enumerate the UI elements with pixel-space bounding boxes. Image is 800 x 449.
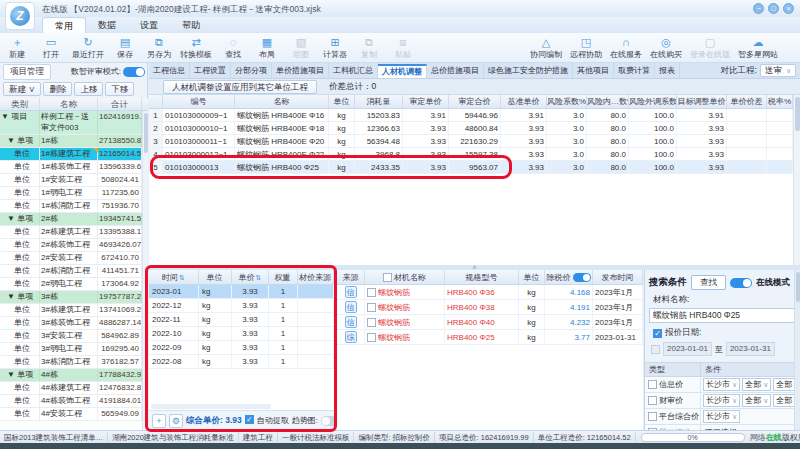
tax-toggle[interactable] <box>573 273 591 282</box>
settings-gear-icon[interactable]: ⚙ <box>169 414 183 428</box>
tree-action-button[interactable]: 删除 <box>43 82 72 96</box>
search-scrollbar[interactable] <box>794 270 800 430</box>
tree-row[interactable]: 单位 1#栋建筑工程 12165014.52 <box>0 148 148 161</box>
price-history-header-cell[interactable]: 单价⇅ <box>232 270 269 284</box>
toolbar-button[interactable]: ↻ 最近打开 <box>68 36 108 60</box>
main-tab[interactable]: 工料机汇总 <box>329 63 378 78</box>
tree-row[interactable]: 单位 1#安装工程 508024.41 <box>0 174 148 187</box>
menu-tab[interactable]: 常用 <box>42 17 86 33</box>
grid-row[interactable]: 4 010103000012~1 螺纹钢筋 HRB400E Φ22 kg 396… <box>149 148 800 161</box>
price-history-header-cell[interactable]: 材价来源 <box>298 270 334 284</box>
tree-row[interactable]: 单位 4#栋装饰工程 4191884.01 <box>0 395 148 408</box>
main-tab[interactable]: 单价措施项目 <box>272 63 329 78</box>
tree-row[interactable]: 单位 4#栋建筑工程 12476832.88 <box>0 382 148 395</box>
grid-header-cell[interactable]: 名称 <box>235 95 329 108</box>
price-history-row[interactable]: 2022-12 kg 3.93 1 <box>149 299 334 313</box>
tree-row[interactable]: 单位 2#栋消防工程 411451.71 <box>0 265 148 278</box>
unit-header[interactable]: 单位 <box>519 270 545 284</box>
tree-row[interactable]: 单位 3#栋装饰工程 4886287.14 <box>0 317 148 330</box>
material-search-input[interactable] <box>649 308 795 323</box>
row-checkbox[interactable] <box>367 288 376 297</box>
project-manage-tab[interactable]: 项目管理 <box>3 64 51 80</box>
name-header[interactable]: 材机名称 <box>365 270 445 284</box>
publish-date-header[interactable]: 发布时间 <box>593 270 643 284</box>
price-header[interactable]: 除税价 <box>545 270 593 284</box>
tree-row[interactable]: ▼ 单项 2#栋 19345741.52 <box>0 213 148 226</box>
source-header[interactable]: 来源 <box>337 270 365 284</box>
compare-project-select[interactable]: 送审 ∨ <box>760 64 796 77</box>
apply-to-other-units-button[interactable]: 人材机调整设置应用到其它单位工程 <box>163 80 317 94</box>
select-all-checkbox[interactable] <box>383 273 392 282</box>
condition-select[interactable]: 长沙市∨ <box>703 378 740 391</box>
price-history-hscrollbar[interactable] <box>151 404 271 409</box>
toolbar-button[interactable]: ◌ 查找 <box>216 36 250 60</box>
price-history-row[interactable]: 2022-08 kg 3.93 1 <box>149 355 334 369</box>
grid-header-cell[interactable]: 编号 <box>163 95 235 108</box>
main-tab[interactable]: 其他项目 <box>573 63 614 78</box>
tree-row[interactable]: 单位 2#栋装饰工程 4693426.07 <box>0 239 148 252</box>
tree-row[interactable]: ▼ 单项 3#栋 19757787.21 <box>0 291 148 304</box>
material-row[interactable]: 综 螺纹钢筋 HRB400 Φ25 kg 3.77 2023-01-31 <box>337 330 643 345</box>
material-row[interactable]: 信 螺纹钢筋 HRB400 Φ38 kg 4.191 2023年1月 <box>337 300 643 315</box>
grid-header-cell[interactable]: 审定合价 <box>449 95 501 108</box>
window-control-button[interactable]: × <box>783 3 794 14</box>
condition-select[interactable]: 长沙市∨ <box>703 394 740 407</box>
main-tab[interactable]: 总价措施项目 <box>427 63 484 78</box>
grid-row[interactable]: 2 010103000010~1 螺纹钢筋 HRB400E Φ18 kg 123… <box>149 122 800 135</box>
main-tab[interactable]: 取费计算 <box>614 63 655 78</box>
toolbar-button[interactable]: ▭ 打开 <box>34 36 68 60</box>
grid-header-cell[interactable]: 风险系数% <box>547 95 587 108</box>
date-from-field[interactable]: 2023-01-01 <box>663 342 712 356</box>
add-row-button[interactable]: + <box>152 414 166 428</box>
window-control-button[interactable]: □ <box>768 3 779 14</box>
condition-select[interactable]: 全部 <box>773 394 795 407</box>
condition-select[interactable]: 长沙市∨ <box>703 410 740 423</box>
toolbar-button[interactable]: ▦ 布局 <box>250 36 284 60</box>
quote-date-option[interactable]: ✓ 报价日期: <box>645 324 800 340</box>
date-lock-checkbox[interactable] <box>651 345 660 354</box>
tree-row[interactable]: ▼ 项目 样例工程－送审文件003 162416919.99 <box>0 111 148 135</box>
type-checkbox[interactable]: ✓ <box>648 396 657 405</box>
price-history-row[interactable]: 2022-10 kg 3.93 1 <box>149 327 334 341</box>
main-tab[interactable]: 工程信息 <box>149 63 190 78</box>
auto-extract-option[interactable]: ✓ <box>245 415 254 426</box>
toolbar-button[interactable]: ◳ 远程协助 <box>566 36 606 60</box>
tree-row[interactable]: 单位 3#安装工程 584962.89 <box>0 330 148 343</box>
tree-row[interactable]: 单位 4#安装工程 565949.09 <box>0 408 148 421</box>
grid-header-cell[interactable]: 目标调整单价 <box>677 95 727 108</box>
grid-header-cell[interactable]: 单位 <box>329 95 355 108</box>
row-checkbox[interactable] <box>367 303 376 312</box>
main-tab[interactable]: 工程设置 <box>190 63 231 78</box>
grid-header-cell[interactable]: 审定单价 <box>403 95 449 108</box>
tree-row[interactable]: 单位 3#栋建筑工程 13741069.21 <box>0 304 148 317</box>
grid-header-cell[interactable]: 消耗量 <box>355 95 403 108</box>
date-to-field[interactable]: 2023-01-31 <box>726 342 775 356</box>
tree-action-button[interactable]: 下移 <box>105 82 134 96</box>
price-history-header-cell[interactable]: 单位 <box>199 270 232 284</box>
grid-row[interactable]: 5 010103000013 螺纹钢筋 HRB400 Φ25 kg 2433.3… <box>149 161 800 174</box>
tree-row[interactable]: 单位 1#栋装饰工程 13596339.64 <box>0 161 148 174</box>
price-history-row[interactable]: 2022-09 kg 3.93 1 <box>149 341 334 355</box>
tree-row[interactable]: 单位 2#弱电工程 173064.92 <box>0 278 148 291</box>
type-checkbox[interactable]: ✓ <box>648 412 657 421</box>
toolbar-button[interactable]: ⊞ 计算器 <box>318 36 352 60</box>
menu-tab[interactable]: 设置 <box>128 17 170 33</box>
online-mode-toggle[interactable] <box>730 278 752 288</box>
toolbar-button[interactable]: ▤ 保存 <box>108 36 142 60</box>
tree-action-button[interactable]: 新建 ∨ <box>3 82 41 96</box>
review-mode-toggle[interactable] <box>123 67 145 77</box>
tree-row[interactable]: 单位 1#栋消防工程 751936.70 <box>0 200 148 213</box>
material-row[interactable]: 信 螺纹钢筋 HRB400 Φ36 kg 4.168 2023年1月 <box>337 285 643 300</box>
main-tab[interactable]: 绿色施工安全防护措施 <box>484 63 573 78</box>
tree-row[interactable]: 单位 1#弱电工程 117235.60 <box>0 187 148 200</box>
main-tab[interactable]: 人材机调整 <box>378 64 427 78</box>
trend-chart-toggle[interactable] <box>321 416 335 426</box>
condition-select[interactable]: 全部∨ <box>742 394 771 407</box>
tree-row[interactable]: 单位 2#安装工程 672410.70 <box>0 252 148 265</box>
find-button[interactable]: 查找 <box>691 275 726 290</box>
grid-header-cell[interactable]: 风险外调系数% <box>629 95 677 108</box>
tree-row[interactable]: 单位 2#栋建筑工程 13395388.12 <box>0 226 148 239</box>
toolbar-button[interactable]: ＋ 新建 <box>0 36 34 60</box>
toolbar-button[interactable]: ▧ 熔图 <box>284 36 318 60</box>
toolbar-button[interactable]: △ 协同编制 <box>526 36 566 60</box>
